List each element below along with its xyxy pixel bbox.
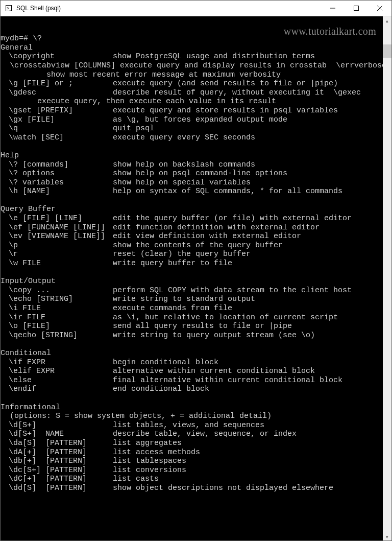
terminal-line bbox=[1, 196, 383, 205]
help-command: \p bbox=[1, 241, 113, 250]
help-description: describe result of query, without execut… bbox=[113, 88, 361, 97]
section-header: Query Buffer bbox=[1, 205, 56, 214]
terminal-line bbox=[1, 394, 383, 403]
terminal-line: \qecho [STRING]write string to query out… bbox=[1, 331, 383, 340]
help-command: \gdesc bbox=[1, 88, 113, 98]
help-command: \d[S+] NAME bbox=[1, 430, 113, 439]
scroll-thumb[interactable] bbox=[383, 44, 391, 58]
terminal-line: \endifend conditional block bbox=[1, 385, 383, 394]
section-note: (options: S = show system objects, + = a… bbox=[1, 412, 272, 420]
help-description: show help on psql command-line options bbox=[113, 169, 287, 178]
help-command: \e [FILE] [LINE] bbox=[1, 214, 113, 223]
help-description: edit function definition with external e… bbox=[113, 223, 320, 232]
help-description: show help on special variables bbox=[113, 178, 251, 187]
help-description: write query buffer to file bbox=[113, 259, 232, 268]
terminal-line: \d[S+] NAMEdescribe table, view, sequenc… bbox=[1, 430, 383, 439]
terminal-line: \dC[+] [PATTERN]list casts bbox=[1, 475, 383, 484]
prompt-line: mydb=# \? bbox=[1, 34, 42, 43]
help-description: list conversions bbox=[113, 466, 186, 475]
terminal-line: execute query, then execute each value i… bbox=[1, 97, 383, 106]
help-command: \gx [FILE] bbox=[1, 115, 113, 125]
help-command: \watch [SEC] bbox=[1, 133, 113, 143]
help-command: \i FILE bbox=[1, 304, 113, 313]
terminal-line bbox=[1, 26, 383, 35]
help-command: \endif bbox=[1, 385, 113, 394]
terminal-line: \dA[+] [PATTERN]list access methods bbox=[1, 448, 383, 457]
terminal-line: Help bbox=[1, 151, 383, 160]
help-continuation: show most recent error message at maximu… bbox=[1, 70, 281, 79]
terminal-line: Input/Output bbox=[1, 277, 383, 286]
help-command: \ef [FUNCNAME [LINE]] bbox=[1, 223, 113, 232]
terminal-output[interactable]: mydb=# \?General\copyrightshow PostgreSQ… bbox=[1, 16, 383, 541]
help-description: show object descriptions not displayed e… bbox=[113, 484, 333, 492]
terminal-line: \g [FILE] or ;execute query (and send re… bbox=[1, 79, 383, 88]
help-command: \ev [VIEWNAME [LINE]] bbox=[1, 232, 113, 241]
help-command: \qecho [STRING] bbox=[1, 331, 113, 340]
terminal-line: \copyrightshow PostgreSQL usage and dist… bbox=[1, 52, 383, 61]
help-command: \dc[S+] [PATTERN] bbox=[1, 466, 113, 475]
help-description: show help on backslash commands bbox=[113, 160, 255, 169]
terminal-line: \copy ...perform SQL COPY with data stre… bbox=[1, 286, 383, 295]
terminal-line: \gset [PREFIX]execute query and store re… bbox=[1, 106, 383, 115]
terminal-line: \w FILEwrite query buffer to file bbox=[1, 259, 383, 268]
help-description: list tables, views, and sequences bbox=[113, 421, 264, 430]
terminal-line: \i FILEexecute commands from file bbox=[1, 304, 383, 313]
scroll-down-button[interactable]: ▾ bbox=[383, 532, 391, 541]
terminal-line: \pshow the contents of the query buffer bbox=[1, 241, 383, 250]
terminal-line: \rreset (clear) the query buffer bbox=[1, 250, 383, 259]
help-description: list tablespaces bbox=[113, 457, 186, 465]
help-command: \? [commands] bbox=[1, 160, 113, 170]
help-command: \ir FILE bbox=[1, 313, 113, 322]
scrollbar[interactable]: ▴ ▾ bbox=[383, 16, 391, 541]
help-description: execute query and store results in psql … bbox=[113, 106, 338, 115]
help-description: describe table, view, sequence, or index bbox=[113, 430, 297, 438]
help-description: edit the query buffer (or file) with ext… bbox=[113, 214, 352, 223]
help-line: \crosstabview [COLUMNS] execute query an… bbox=[1, 61, 383, 70]
help-command: \da[S] [PATTERN] bbox=[1, 439, 113, 448]
help-description: quit psql bbox=[113, 124, 154, 133]
terminal-line: \elif EXPRalternative within current con… bbox=[1, 367, 383, 376]
help-description: show the contents of the query buffer bbox=[113, 241, 283, 250]
terminal-line: \? [commands]show help on backslash comm… bbox=[1, 160, 383, 170]
help-description: perform SQL COPY with data stream to the… bbox=[113, 286, 352, 295]
help-description: list casts bbox=[113, 475, 159, 483]
close-button[interactable] bbox=[368, 1, 391, 16]
help-command: \copyright bbox=[1, 52, 113, 61]
window-controls bbox=[321, 1, 391, 16]
terminal-line: \watch [SEC]execute query every SEC seco… bbox=[1, 133, 383, 143]
titlebar[interactable]: >_ SQL Shell (psql) bbox=[1, 1, 391, 16]
svg-rect-4 bbox=[354, 6, 359, 11]
terminal-line bbox=[1, 340, 383, 349]
help-description: execute query every SEC seconds bbox=[113, 133, 255, 142]
terminal-line: \echo [STRING]write string to standard o… bbox=[1, 295, 383, 304]
terminal-line: show most recent error message at maximu… bbox=[1, 70, 383, 80]
help-description: list access methods bbox=[113, 448, 200, 457]
help-command: \d[S+] bbox=[1, 421, 113, 430]
section-header: General bbox=[1, 43, 33, 53]
terminal-line: \dc[S+] [PATTERN]list conversions bbox=[1, 466, 383, 475]
help-command: \g [FILE] or ; bbox=[1, 79, 113, 88]
terminal-line: \gdescdescribe result of query, without … bbox=[1, 88, 383, 98]
help-description: reset (clear) the query buffer bbox=[113, 250, 251, 258]
terminal-line: \d[S+]list tables, views, and sequences bbox=[1, 421, 383, 430]
help-command: \? variables bbox=[1, 178, 113, 187]
help-command: \o [FILE] bbox=[1, 322, 113, 331]
help-command: \h [NAME] bbox=[1, 187, 113, 196]
help-command: \echo [STRING] bbox=[1, 295, 113, 304]
help-command: \w FILE bbox=[1, 259, 113, 268]
section-header: Conditional bbox=[1, 349, 51, 358]
help-description: show PostgreSQL usage and distribution t… bbox=[113, 52, 315, 61]
scroll-up-button[interactable]: ▴ bbox=[383, 16, 391, 25]
help-description: write string to standard output bbox=[113, 295, 255, 303]
terminal-line bbox=[1, 16, 383, 26]
help-command: \dd[S] [PATTERN] bbox=[1, 484, 113, 493]
help-command: \dA[+] [PATTERN] bbox=[1, 448, 113, 457]
terminal-line: Informational bbox=[1, 403, 383, 412]
help-description: execute commands from file bbox=[113, 304, 232, 313]
terminal-line: Conditional bbox=[1, 349, 383, 358]
maximize-button[interactable] bbox=[345, 1, 368, 16]
help-command: \if EXPR bbox=[1, 358, 113, 367]
terminal-line: \qquit psql bbox=[1, 124, 383, 133]
window-title: SQL Shell (psql) bbox=[16, 5, 61, 12]
minimize-button[interactable] bbox=[321, 1, 345, 16]
